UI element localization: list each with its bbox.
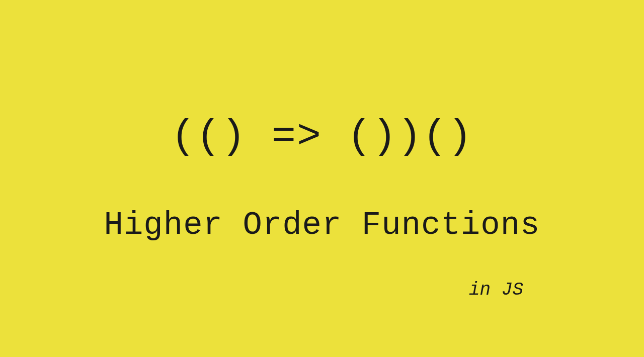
slide-content: (() => ())() Higher Order Functions in J… xyxy=(0,114,644,243)
slide-subtitle: in JS xyxy=(469,280,523,300)
slide-title: Higher Order Functions xyxy=(104,207,540,243)
code-expression: (() => ())() xyxy=(171,114,473,159)
